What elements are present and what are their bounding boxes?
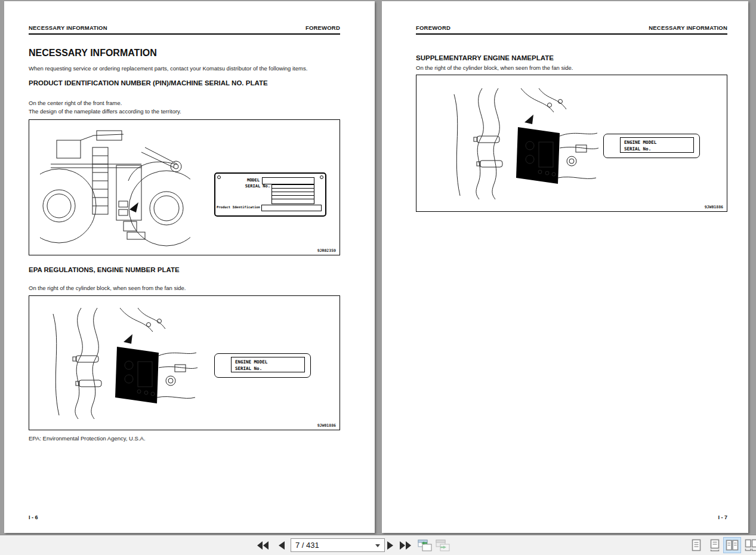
running-header-right-label: NECESSARY INFORMATION (649, 24, 727, 31)
screw-hole-icon (320, 175, 323, 179)
plate-model-label: MODEL (215, 178, 260, 183)
running-header-right-label: FOREWORD (306, 24, 340, 31)
running-header-right: FOREWORD NECESSARY INFORMATION (416, 24, 727, 35)
next-page-button[interactable] (382, 538, 398, 553)
engine-nameplate-text: ENGINE MODELSERIAL No. (231, 357, 305, 372)
figure-supplementary-plate-location: ENGINE MODELSERIAL No. 9JW01886 (416, 75, 727, 212)
section-pin-body: On the center right of the front frame. … (29, 99, 181, 116)
page-number-combobox[interactable]: 7 / 431 (291, 538, 385, 552)
page-indicator-value: 7 / 431 (295, 541, 319, 550)
plate-serial-box (271, 199, 314, 204)
engine-serial-label: SERIAL No. (624, 146, 651, 152)
running-header-left-label: FOREWORD (416, 24, 450, 31)
page-number-left: I - 6 (29, 514, 38, 520)
layout-single-page-button[interactable] (687, 537, 705, 553)
first-page-icon (257, 540, 270, 551)
running-header-left: NECESSARY INFORMATION FOREWORD (29, 24, 340, 35)
section-epa-line1: On the right of the cylinder block, when… (29, 284, 186, 292)
next-view-icon (435, 538, 450, 553)
plate-pin-box (261, 205, 322, 211)
section-pin-line1: On the center right of the front frame. (29, 99, 181, 107)
previous-view-button[interactable] (417, 538, 433, 553)
engine-serial-label: SERIAL No. (235, 366, 262, 371)
next-view-button[interactable] (435, 538, 450, 553)
figure-pin-plate-location: MODEL SERIAL No. Product Identification … (29, 119, 340, 255)
last-page-button[interactable] (397, 538, 413, 553)
engine-line-drawing (48, 308, 199, 419)
plate-serial-label: SERIAL No. (215, 184, 270, 189)
layout-continuous-button[interactable] (706, 537, 724, 553)
section-heading-pin: PRODUCT IDENTIFICATION NUMBER (PIN)/MACH… (29, 79, 268, 87)
figure-engine-plate-location: ENGINE MODELSERIAL No. 9JW01886 (29, 295, 340, 430)
page-title: NECESSARY INFORMATION (29, 48, 157, 58)
first-page-button[interactable] (255, 538, 271, 553)
previous-view-icon (417, 538, 433, 553)
engine-line-drawing (449, 88, 600, 199)
continuous-layout-icon (707, 538, 723, 553)
engine-nameplate-text: ENGINE MODELSERIAL No. (620, 137, 694, 153)
wheel-loader-line-drawing (40, 130, 190, 246)
next-page-icon (385, 540, 395, 551)
pdf-page-right: FOREWORD NECESSARY INFORMATION SUPPLEMEN… (382, 1, 748, 533)
pdf-page-left: NECESSARY INFORMATION FOREWORD NECESSARY… (4, 1, 375, 533)
section-supplementary-line1: On the right of the cylinder block, when… (416, 64, 573, 72)
figure-code: 9JW01886 (705, 205, 723, 209)
page-number-right: I - 7 (718, 514, 727, 520)
layout-continuous-facing-button[interactable] (743, 537, 756, 553)
engine-nameplate-graphic: ENGINE MODELSERIAL No. (603, 134, 700, 158)
epa-note: EPA: Environmental Protection Agency, U.… (29, 434, 146, 443)
facing-layout-icon (724, 538, 740, 553)
section-heading-epa: EPA REGULATIONS, ENGINE NUMBER PLATE (29, 266, 180, 273)
layout-facing-button[interactable] (723, 537, 741, 553)
figure-code: 9JR02359 (317, 248, 336, 253)
combobox-dropdown-arrow-icon[interactable] (375, 544, 380, 547)
last-page-icon (399, 540, 412, 551)
continuous-facing-layout-icon (744, 538, 756, 553)
previous-page-button[interactable] (274, 538, 289, 553)
figure-code: 9JW01886 (317, 423, 336, 428)
intro-text: When requesting service or ordering repl… (29, 64, 307, 73)
pdf-viewer-toolbar: 7 / 431 (0, 535, 756, 555)
previous-page-icon (277, 540, 286, 551)
running-header-left-label: NECESSARY INFORMATION (29, 24, 107, 31)
pin-nameplate-graphic: MODEL SERIAL No. Product Identification … (214, 172, 326, 217)
section-heading-supplementary: SUPPLEMENTARRY ENGINE NAMEPLATE (416, 54, 554, 61)
engine-model-label: ENGINE MODEL (624, 140, 656, 145)
engine-model-label: ENGINE MODEL (235, 359, 267, 365)
engine-nameplate-graphic: ENGINE MODELSERIAL No. (214, 353, 311, 378)
section-pin-line2: The design of the nameplate differs acco… (29, 107, 181, 116)
single-page-layout-icon (689, 538, 704, 553)
